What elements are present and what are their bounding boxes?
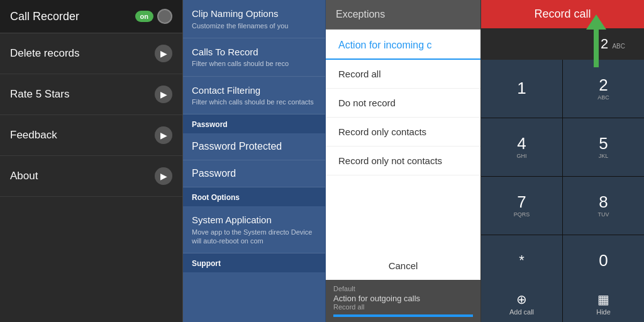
bottom-default-label: Default xyxy=(333,285,473,292)
dialer-keypad-grid: 1 2 ABC 4 GHI 5 JKL 7 PQRS 8 TUV * 0 xyxy=(481,60,644,286)
key-2-letters: ABC xyxy=(597,94,609,101)
settings-calls-to-record[interactable]: Calls To Record Filter when calls should… xyxy=(183,38,325,77)
contact-filtering-title: Contact Filtering xyxy=(192,84,316,97)
arrow-head-icon xyxy=(586,14,606,30)
key-4-letters: GHI xyxy=(516,153,526,159)
system-app-title: System Application xyxy=(192,214,316,226)
dialog-action-title: Action for incoming c xyxy=(338,40,468,51)
dial-key-8[interactable]: 8 TUV xyxy=(563,177,644,235)
exceptions-bottom: Default Action for outgoing calls Record… xyxy=(326,280,480,322)
menu-item-rate-stars[interactable]: Rate 5 Stars ▶ xyxy=(0,74,182,115)
menu-item-about-label: About xyxy=(10,170,38,182)
settings-clip-naming[interactable]: Clip Naming Options Customize the filena… xyxy=(183,0,325,38)
hide-label: Hide xyxy=(596,308,611,316)
hide-button[interactable]: ▦ Hide xyxy=(563,286,644,322)
dial-key-star[interactable]: * xyxy=(481,235,562,286)
section-root-label: Root Options xyxy=(192,193,240,202)
toggle-circle-icon[interactable] xyxy=(157,9,172,24)
settings-password[interactable]: Password xyxy=(183,160,325,187)
system-app-sub: Move app to the System directo Device wi… xyxy=(192,228,316,246)
add-call-label: Add call xyxy=(509,308,534,316)
panel1-header: Call Recorder on xyxy=(0,0,182,33)
dial-key-0[interactable]: 0 xyxy=(563,235,644,286)
section-password-header: Password xyxy=(183,114,325,133)
dialer-arrow-area: 2 ABC xyxy=(481,28,644,60)
dial-key-7[interactable]: 7 PQRS xyxy=(481,177,562,235)
settings-system-application[interactable]: System Application Move app to the Syste… xyxy=(183,206,325,253)
key-7-letters: PQRS xyxy=(514,211,530,218)
arrow-icon-delete: ▶ xyxy=(155,45,172,62)
settings-contact-filtering[interactable]: Contact Filtering Filter which calls sho… xyxy=(183,77,325,115)
panel-exceptions: Exceptions Action for incoming c Record … xyxy=(326,0,481,322)
calls-to-record-sub: Filter when calls should be reco xyxy=(192,59,316,68)
outgoing-calls-item[interactable]: Action for outgoing calls xyxy=(333,294,473,303)
key-4-number: 4 xyxy=(517,135,526,152)
arrow-icon-about: ▶ xyxy=(155,167,172,185)
dial-key-2[interactable]: 2 ABC xyxy=(563,60,644,118)
contact-filtering-sub: Filter which calls should be rec contact… xyxy=(192,97,316,106)
menu-item-feedback-label: Feedback xyxy=(10,129,57,142)
option-record-all[interactable]: Record all xyxy=(326,60,480,89)
add-call-button[interactable]: ⊕ Add call xyxy=(481,286,562,322)
panel-call-recorder: Call Recorder on Delete records ▶ Rate 5… xyxy=(0,0,183,322)
calls-to-record-title: Calls To Record xyxy=(192,46,316,58)
menu-item-delete-records-label: Delete records xyxy=(10,47,80,60)
option-record-only-contacts[interactable]: Record only contacts xyxy=(326,118,480,147)
menu-item-feedback[interactable]: Feedback ▶ xyxy=(0,115,182,156)
option-record-only-not-contacts[interactable]: Record only not contacts xyxy=(326,147,480,175)
menu-item-about[interactable]: About ▶ xyxy=(0,156,182,197)
clip-naming-sub: Customize the filenames of you xyxy=(192,21,316,30)
bottom-progress-bar xyxy=(333,314,473,317)
green-arrow-indicator xyxy=(586,16,606,67)
toggle-switch[interactable]: on xyxy=(135,9,172,24)
outgoing-calls-sub: Record all xyxy=(333,303,473,311)
key-star-symbol: * xyxy=(519,252,525,269)
dial-key-5[interactable]: 5 JKL xyxy=(563,118,644,176)
dial-key-4[interactable]: 4 GHI xyxy=(481,118,562,176)
dialog-cancel-button[interactable]: Cancel xyxy=(326,252,480,280)
panel-dialer: Record call 2 ABC 1 2 ABC 4 GHI 5 JKL 7 xyxy=(481,0,644,322)
key-8-number: 8 xyxy=(599,194,608,210)
app-title: Call Recorder xyxy=(10,10,79,23)
toggle-on-label[interactable]: on xyxy=(135,11,153,22)
dialer-header: Record call xyxy=(481,0,644,28)
exceptions-title: Exceptions xyxy=(336,9,385,19)
section-support-header: Support xyxy=(183,253,325,272)
panel-settings-list: Clip Naming Options Customize the filena… xyxy=(183,0,326,322)
option-do-not-record[interactable]: Do not record xyxy=(326,89,480,118)
key-5-letters: JKL xyxy=(599,153,609,159)
exceptions-dialog: Action for incoming c Record all Do not … xyxy=(326,30,480,280)
arrow-icon-feedback: ▶ xyxy=(155,126,172,144)
dialer-action-buttons: ⊕ Add call ▦ Hide xyxy=(481,286,644,322)
section-support-label: Support xyxy=(192,259,221,268)
key-8-letters: TUV xyxy=(598,211,609,218)
dialog-title-section: Action for incoming c xyxy=(326,30,480,60)
key-1-number: 1 xyxy=(517,80,526,96)
menu-item-delete-records[interactable]: Delete records ▶ xyxy=(0,33,182,74)
exceptions-header: Exceptions xyxy=(326,0,480,30)
hide-icon: ▦ xyxy=(597,292,609,307)
arrow-icon-rate: ▶ xyxy=(155,86,172,103)
key-0-number: 0 xyxy=(599,252,608,269)
password-protected-title: Password Protected xyxy=(192,141,316,152)
menu-item-rate-stars-label: Rate 5 Stars xyxy=(10,88,70,101)
password-title: Password xyxy=(192,168,316,179)
section-password-label: Password xyxy=(192,120,228,129)
section-root-header: Root Options xyxy=(183,187,325,206)
settings-password-protected[interactable]: Password Protected xyxy=(183,133,325,160)
clip-naming-title: Clip Naming Options xyxy=(192,8,316,20)
record-call-title: Record call xyxy=(534,8,591,20)
dial-key-1[interactable]: 1 xyxy=(481,60,562,118)
add-call-icon: ⊕ xyxy=(516,292,527,307)
key-5-number: 5 xyxy=(599,135,608,152)
key-2-number: 2 xyxy=(599,77,608,93)
arrow-shaft-icon xyxy=(594,30,599,67)
key-7-number: 7 xyxy=(517,194,526,210)
